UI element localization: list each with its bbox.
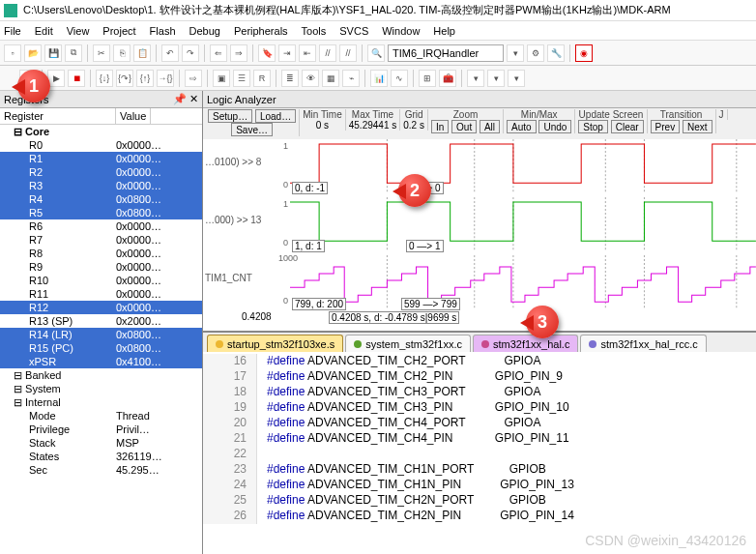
pin-icon[interactable]: 📌 ✕: [173, 93, 198, 105]
find-icon[interactable]: 🔍: [367, 44, 385, 62]
more3-icon[interactable]: ▾: [508, 70, 525, 87]
more1-icon[interactable]: ▾: [467, 70, 484, 87]
sys-view-icon[interactable]: ⊞: [419, 70, 436, 87]
code-line[interactable]: 19#define ADVANCED_TIM_CH3_PIN GPIO_PIN_…: [203, 400, 756, 416]
reg-row[interactable]: R80x0000…: [0, 247, 202, 260]
prev-button[interactable]: Prev: [651, 120, 681, 133]
code-line[interactable]: 16#define ADVANCED_TIM_CH2_PORT GPIOA: [203, 354, 756, 369]
outdent-icon[interactable]: ⇤: [299, 44, 316, 62]
code-line[interactable]: 22: [203, 447, 756, 462]
reg-row[interactable]: R100x0000…: [0, 274, 202, 287]
call-stack-icon[interactable]: ≣: [281, 70, 299, 87]
reg-row[interactable]: R13 (SP)0x2000…: [0, 314, 202, 328]
reg-row[interactable]: ModeThread: [0, 409, 202, 423]
zoom-out-button[interactable]: Out: [451, 120, 477, 133]
analyzer-icon[interactable]: 📊: [370, 70, 388, 87]
file-tab[interactable]: stm32f1xx_hal.c: [473, 335, 578, 352]
file-tab[interactable]: stm32f1xx_hal_rcc.c: [580, 335, 706, 352]
code-line[interactable]: 23#define ADVANCED_TIM_CH1N_PORT GPIOB: [203, 462, 756, 478]
code-line[interactable]: 25#define ADVANCED_TIM_CH2N_PORT GPIOB: [203, 493, 756, 509]
reg-row[interactable]: R120x0000…: [0, 301, 202, 314]
stop-button[interactable]: Stop: [578, 120, 608, 133]
reg-row[interactable]: R00x0000…: [0, 138, 202, 152]
more2-icon[interactable]: ▾: [487, 70, 505, 87]
serial-icon[interactable]: ⌁: [342, 70, 360, 87]
reg-row[interactable]: R40x0800…: [0, 192, 202, 206]
wrench-icon[interactable]: 🔧: [547, 44, 565, 62]
zoom-in-button[interactable]: In: [431, 120, 449, 133]
undo-button[interactable]: Undo: [538, 120, 571, 133]
code-line[interactable]: 21#define ADVANCED_TIM_CH4_PIN GPIO_PIN_…: [203, 431, 756, 447]
disasm-icon[interactable]: ☰: [233, 70, 250, 87]
menu-peripherals[interactable]: Peripherals: [234, 25, 288, 37]
menu-debug[interactable]: Debug: [189, 25, 220, 37]
reg-row[interactable]: ⊟ Core: [0, 125, 202, 138]
code-editor[interactable]: 16#define ADVANCED_TIM_CH2_PORT GPIOA17#…: [203, 352, 756, 554]
reg-row[interactable]: ⊟ Internal: [0, 395, 202, 409]
trace-icon[interactable]: ∿: [391, 70, 408, 87]
record-icon[interactable]: ◉: [575, 44, 593, 62]
config-icon[interactable]: ⚙: [527, 44, 544, 62]
step-out-icon[interactable]: {↑}: [136, 70, 154, 87]
reg-row[interactable]: R10x0000…: [0, 152, 202, 165]
down-icon[interactable]: ▾: [507, 44, 524, 62]
stop-icon[interactable]: ⏹: [68, 70, 85, 87]
reg-row[interactable]: R110x0000…: [0, 287, 202, 301]
watch-icon[interactable]: 👁: [302, 70, 319, 87]
menu-svcs[interactable]: SVCS: [339, 25, 368, 37]
saveall-icon[interactable]: ⧉: [65, 44, 82, 62]
copy-icon[interactable]: ⎘: [113, 44, 131, 62]
reg-row[interactable]: ⊟ System: [0, 382, 202, 395]
nav-fwd-icon[interactable]: ⇒: [230, 44, 247, 62]
save-icon[interactable]: 💾: [44, 44, 62, 62]
reg-row[interactable]: PrivilegePrivil…: [0, 423, 202, 436]
reg-row[interactable]: Sec45.295…: [0, 463, 202, 477]
setup-button[interactable]: Setup…: [208, 109, 252, 123]
bookmark-icon[interactable]: 🔖: [258, 44, 276, 62]
cut-icon[interactable]: ✂: [93, 44, 110, 62]
menu-file[interactable]: File: [4, 25, 21, 37]
reg-row[interactable]: R50x0800…: [0, 206, 202, 219]
run-to-icon[interactable]: →{}: [157, 70, 174, 87]
reg-row[interactable]: States326119…: [0, 450, 202, 463]
menu-window[interactable]: Window: [382, 25, 420, 37]
registers-list[interactable]: ⊟ CoreR00x0000…R10x0000…R20x0000…R30x000…: [0, 125, 202, 554]
step-over-icon[interactable]: {↷}: [116, 70, 133, 87]
code-line[interactable]: 26#define ADVANCED_TIM_CH2N_PIN GPIO_PIN…: [203, 509, 756, 524]
code-line[interactable]: 18#define ADVANCED_TIM_CH3_PORT GPIOA: [203, 385, 756, 400]
reg-row[interactable]: R14 (LR)0x0800…: [0, 328, 202, 341]
clear-button[interactable]: Clear: [611, 120, 644, 133]
comment-icon[interactable]: //: [319, 44, 336, 62]
nav-back-icon[interactable]: ⇐: [210, 44, 227, 62]
load-button[interactable]: Load…: [255, 109, 296, 123]
code-line[interactable]: 24#define ADVANCED_TIM_CH1N_PIN GPIO_PIN…: [203, 478, 756, 493]
auto-button[interactable]: Auto: [507, 120, 537, 133]
undo-icon[interactable]: ↶: [161, 44, 179, 62]
indent-icon[interactable]: ⇥: [278, 44, 296, 62]
menu-view[interactable]: View: [67, 25, 90, 37]
code-line[interactable]: 20#define ADVANCED_TIM_CH4_PORT GPIOA: [203, 416, 756, 431]
new-icon[interactable]: ▫: [4, 44, 21, 62]
step-in-icon[interactable]: {↓}: [96, 70, 113, 87]
cmd-win-icon[interactable]: ▣: [213, 70, 230, 87]
zoom-all-button[interactable]: All: [480, 120, 500, 133]
reg-row[interactable]: R20x0000…: [0, 165, 202, 179]
code-line[interactable]: 17#define ADVANCED_TIM_CH2_PIN GPIO_PIN_…: [203, 369, 756, 385]
file-tab[interactable]: system_stm32f1xx.c: [345, 335, 471, 352]
la-plot[interactable]: …0100) >> 8 10 0, d: -1 1 —> 0 …000) >> …: [203, 139, 756, 331]
reg-row[interactable]: xPSR0x4100…: [0, 355, 202, 368]
reg-row[interactable]: StackMSP: [0, 436, 202, 450]
paste-icon[interactable]: 📋: [133, 44, 151, 62]
menu-help[interactable]: Help: [433, 25, 455, 37]
open-icon[interactable]: 📂: [24, 44, 42, 62]
toolbox-icon[interactable]: 🧰: [439, 70, 456, 87]
redo-icon[interactable]: ↷: [182, 44, 199, 62]
memory-icon[interactable]: ▦: [322, 70, 339, 87]
next-button[interactable]: Next: [683, 120, 712, 133]
menu-flash[interactable]: Flash: [150, 25, 176, 37]
menu-tools[interactable]: Tools: [302, 25, 327, 37]
file-tab[interactable]: startup_stm32f103xe.s: [207, 335, 343, 352]
reg-row[interactable]: R15 (PC)0x0800…: [0, 341, 202, 355]
reg-row[interactable]: R30x0000…: [0, 179, 202, 192]
menu-project[interactable]: Project: [102, 25, 135, 37]
